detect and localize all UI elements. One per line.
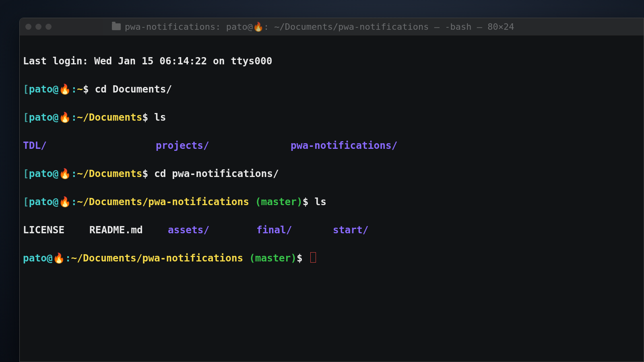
prompt-bracket: [ (23, 111, 29, 123)
minimize-button[interactable] (35, 24, 41, 30)
prompt-space (249, 196, 255, 208)
prompt-user: pato (29, 168, 53, 179)
terminal-window: pwa-notifications: pato@🔥: ~/Documents/p… (19, 18, 644, 362)
traffic-lights (25, 24, 52, 30)
prompt-line-1: [pato@🔥:~$ cd Documents/ (23, 82, 640, 96)
prompt-colon: : (71, 168, 77, 179)
prompt-dollar: $ (142, 111, 155, 123)
prompt-user: pato (29, 83, 53, 95)
cursor[interactable] (310, 252, 316, 263)
prompt-colon: : (65, 252, 71, 264)
prompt-at: @ (53, 83, 59, 95)
prompt-line-4: [pato@🔥:~/Documents/pwa-notifications (m… (23, 195, 640, 209)
terminal-content[interactable]: Last login: Wed Jan 15 06:14:22 on ttys0… (20, 36, 644, 297)
prompt-path: ~/Documents (77, 111, 142, 123)
prompt-host-fire-icon: 🔥 (59, 83, 71, 95)
prompt-dollar: $ (83, 83, 95, 95)
ls-item: start/ (333, 223, 369, 237)
ls-item: pwa-notifications/ (291, 138, 398, 152)
prompt-space (243, 252, 249, 264)
prompt-dollar: $ (303, 196, 315, 208)
prompt-at: @ (53, 168, 59, 179)
command-text: ls (154, 111, 166, 123)
last-login-line: Last login: Wed Jan 15 06:14:22 on ttys0… (23, 54, 640, 68)
prompt-colon: : (71, 196, 77, 208)
prompt-user: pato (23, 252, 47, 264)
zoom-button[interactable] (45, 24, 52, 30)
prompt-bracket: [ (23, 168, 29, 179)
prompt-at: @ (47, 252, 53, 264)
folder-icon (112, 23, 121, 30)
titlebar[interactable]: pwa-notifications: pato@🔥: ~/Documents/p… (20, 18, 644, 36)
prompt-bracket: [ (23, 83, 29, 95)
prompt-colon: : (71, 83, 77, 95)
ls-item: projects/ (156, 138, 291, 152)
prompt-path: ~/Documents (77, 168, 142, 179)
prompt-line-3: [pato@🔥:~/Documents$ cd pwa-notification… (23, 167, 640, 181)
prompt-path: ~ (77, 83, 83, 95)
window-title-text: pwa-notifications: pato@🔥: ~/Documents/p… (125, 22, 514, 32)
prompt-at: @ (53, 111, 59, 123)
prompt-path: ~/Documents/pwa-notifications (71, 252, 244, 264)
prompt-line-current: pato@🔥:~/Documents/pwa-notifications (ma… (23, 251, 640, 265)
prompt-host-fire-icon: 🔥 (59, 196, 71, 208)
prompt-at: @ (53, 196, 59, 208)
prompt-bracket: [ (23, 196, 29, 208)
command-text: cd pwa-notifications/ (154, 168, 279, 179)
ls-output-1: TDL/projects/pwa-notifications/ (23, 138, 640, 152)
prompt-line-2: [pato@🔥:~/Documents$ ls (23, 110, 640, 124)
command-text: cd Documents/ (95, 83, 172, 95)
ls-output-2: LICENSEREADME.mdassets/final/start/ (23, 223, 640, 237)
prompt-path: ~/Documents/pwa-notifications (77, 196, 249, 208)
ls-item: README.md (89, 223, 168, 237)
prompt-branch: (master) (255, 196, 303, 208)
prompt-dollar: $ (297, 252, 309, 264)
prompt-branch: (master) (249, 252, 297, 264)
ls-item: final/ (256, 223, 333, 237)
ls-item: TDL/ (23, 138, 156, 152)
prompt-user: pato (29, 196, 53, 208)
prompt-host-fire-icon: 🔥 (53, 252, 65, 264)
prompt-colon: : (71, 111, 77, 123)
command-text: ls (314, 196, 326, 208)
prompt-dollar: $ (142, 168, 155, 179)
window-title: pwa-notifications: pato@🔥: ~/Documents/p… (112, 22, 514, 32)
prompt-host-fire-icon: 🔥 (59, 111, 71, 123)
prompt-user: pato (29, 111, 53, 123)
close-button[interactable] (25, 24, 31, 30)
ls-item: LICENSE (23, 223, 89, 237)
prompt-host-fire-icon: 🔥 (59, 168, 71, 179)
ls-item: assets/ (168, 223, 256, 237)
